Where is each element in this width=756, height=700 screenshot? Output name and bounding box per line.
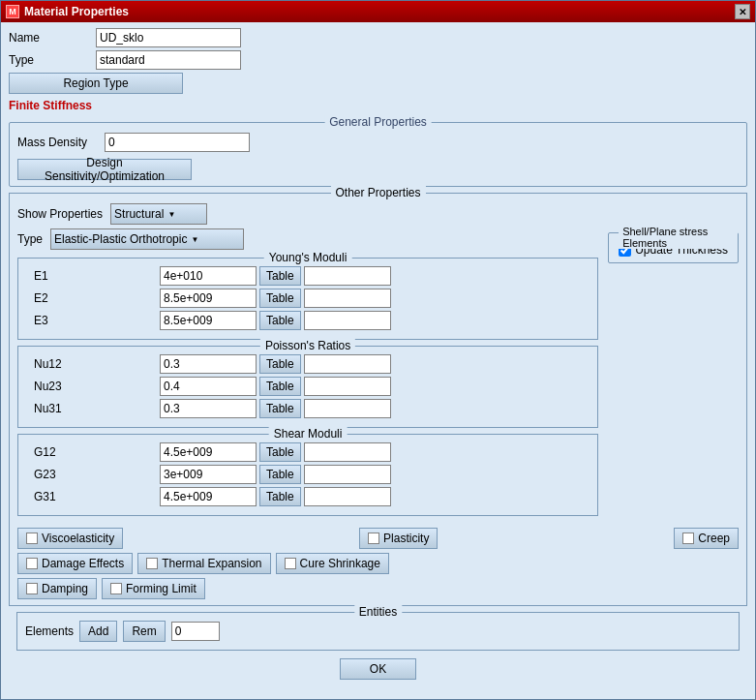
thermal-expansion-checkbox (146, 558, 158, 569)
damage-effects-checkbox (26, 558, 38, 569)
nu31-label: Nu31 (24, 402, 160, 415)
poissons-ratios-section: Poisson's Ratios Nu12 Table Nu23 (17, 346, 598, 428)
damping-label: Damping (42, 582, 88, 595)
general-properties-title: General Properties (324, 115, 432, 129)
elastic-type-arrow: ▼ (191, 235, 198, 244)
entities-row: Elements Add Rem 0 (25, 621, 731, 642)
other-properties-section: Other Properties Show Properties Structu… (9, 193, 747, 606)
g12-row: G12 Table (24, 442, 591, 462)
entities-title: Entities (354, 605, 402, 619)
plasticity-button[interactable]: Plasticity (359, 528, 438, 549)
forming-limit-checkbox (110, 583, 122, 594)
e1-input[interactable] (160, 266, 257, 286)
g31-table-button[interactable]: Table (259, 487, 301, 506)
nu12-label: Nu12 (24, 357, 160, 371)
ok-button[interactable]: OK (340, 658, 416, 680)
g12-table-button[interactable]: Table (259, 442, 301, 462)
show-properties-label: Show Properties (17, 207, 103, 221)
nu31-input[interactable] (160, 399, 257, 418)
title-bar: M Material Properties ✕ (1, 1, 755, 22)
nu23-label: Nu23 (24, 380, 160, 393)
e2-table-button[interactable]: Table (259, 289, 301, 308)
window-icon: M (6, 5, 19, 18)
nu31-extra (304, 399, 391, 418)
type-input[interactable]: standard (96, 50, 241, 70)
window-title: Material Properties (24, 5, 129, 18)
viscoelasticity-label: Viscoelasticity (42, 532, 114, 545)
g12-input[interactable] (160, 442, 257, 462)
g31-input[interactable] (160, 487, 257, 506)
e1-extra (304, 266, 391, 286)
creep-label: Creep (698, 532, 730, 545)
forming-limit-label: Forming Limit (126, 582, 197, 595)
name-input[interactable]: UD_sklo (96, 28, 241, 47)
e3-row: E3 Table (24, 311, 591, 330)
nu12-input[interactable] (160, 354, 257, 374)
nu12-table-button[interactable]: Table (259, 354, 301, 374)
region-type-button[interactable]: Region Type (9, 73, 183, 94)
rem-elements-button[interactable]: Rem (123, 621, 165, 642)
damage-effects-button[interactable]: Damage Effects (17, 553, 133, 574)
show-properties-dropdown[interactable]: Structural ▼ (110, 203, 207, 225)
show-properties-row: Show Properties Structural ▼ (17, 203, 598, 225)
g23-input[interactable] (160, 465, 257, 484)
design-sensitivity-button[interactable]: Design Sensitivity/Optimization (17, 159, 192, 180)
nu31-table-button[interactable]: Table (259, 399, 301, 418)
plasticity-label: Plasticity (383, 532, 429, 545)
youngs-moduli-title: Young's Moduli (264, 251, 352, 264)
youngs-moduli-section: Young's Moduli E1 Table E2 (17, 258, 598, 340)
checkbox-row-3: Damping Forming Limit (17, 578, 739, 599)
g12-extra (304, 442, 391, 462)
nu23-input[interactable] (160, 377, 257, 396)
entities-section: Entities Elements Add Rem 0 (16, 612, 740, 651)
entities-count-input[interactable]: 0 (171, 622, 220, 641)
viscoelasticity-button[interactable]: Viscoelasticity (17, 528, 123, 549)
creep-button[interactable]: Creep (674, 528, 739, 549)
shear-moduli-section: Shear Moduli G12 Table G23 (17, 434, 598, 516)
nu12-row: Nu12 Table (24, 354, 591, 374)
show-properties-value: Structural (114, 207, 164, 221)
e2-input[interactable] (160, 289, 257, 308)
e2-row: E2 Table (24, 289, 591, 308)
cure-shrinkage-button[interactable]: Cure Shrinkage (276, 553, 389, 574)
elements-label: Elements (25, 624, 74, 638)
e2-label: E2 (24, 291, 160, 305)
elastic-type-dropdown[interactable]: Elastic-Plastic Orthotropic ▼ (50, 228, 244, 250)
shear-rows: G12 Table G23 Table (24, 442, 591, 506)
mass-density-row: Mass Density 0 (17, 133, 739, 152)
main-content: Name UD_sklo Type standard Region Type F… (1, 22, 755, 693)
viscoelasticity-checkbox (26, 533, 38, 544)
e3-input[interactable] (160, 311, 257, 330)
e1-table-button[interactable]: Table (259, 266, 301, 286)
elastic-type-label: Type (17, 232, 43, 246)
forming-limit-button[interactable]: Forming Limit (102, 578, 205, 599)
g23-table-button[interactable]: Table (259, 465, 301, 484)
g23-row: G23 Table (24, 465, 591, 484)
thermal-expansion-label: Thermal Expansion (162, 557, 261, 570)
nu23-table-button[interactable]: Table (259, 377, 301, 396)
nu23-extra (304, 377, 391, 396)
thermal-expansion-button[interactable]: Thermal Expansion (137, 553, 270, 574)
nu31-row: Nu31 Table (24, 399, 591, 418)
finite-stiffness-label: Finite Stiffness (9, 99, 92, 112)
nu23-row: Nu23 Table (24, 377, 591, 396)
mass-density-input[interactable]: 0 (105, 133, 250, 152)
close-button[interactable]: ✕ (735, 4, 750, 19)
damping-button[interactable]: Damping (17, 578, 97, 599)
e3-label: E3 (24, 314, 160, 327)
shell-plane-stress-box: Shell/Plane stress Elements Update Thick… (608, 232, 739, 263)
poissons-ratios-title: Poisson's Ratios (260, 339, 355, 352)
e3-extra (304, 311, 391, 330)
e3-table-button[interactable]: Table (259, 311, 301, 330)
mass-density-label: Mass Density (17, 136, 105, 149)
e1-label: E1 (24, 269, 160, 283)
add-elements-button[interactable]: Add (79, 621, 117, 642)
elastic-type-row: Type Elastic-Plastic Orthotropic ▼ (17, 228, 598, 250)
name-label: Name (9, 31, 96, 45)
checkbox-row-1: Viscoelasticity Plasticity Creep (17, 528, 739, 549)
creep-checkbox (682, 533, 694, 544)
damage-effects-label: Damage Effects (42, 557, 124, 570)
type-label: Type (9, 53, 96, 67)
show-properties-arrow: ▼ (167, 210, 175, 219)
e2-extra (304, 289, 391, 308)
